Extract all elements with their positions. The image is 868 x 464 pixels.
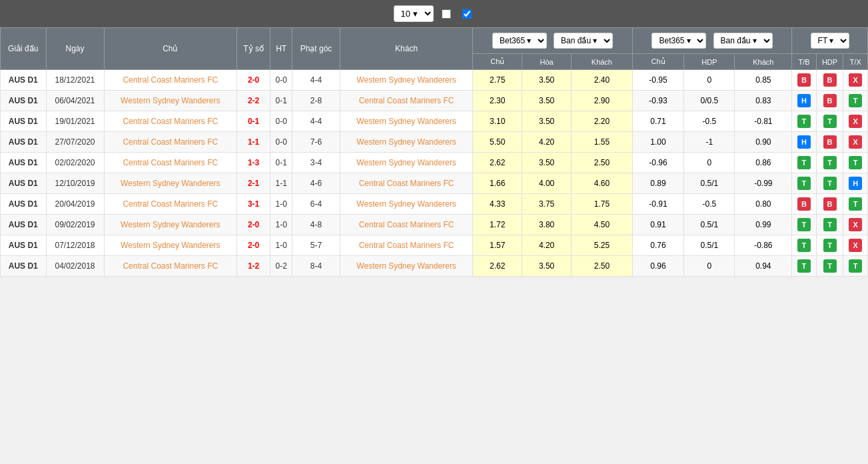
cell-odds2: 4.00	[522, 173, 572, 194]
th-date: Ngày	[46, 28, 104, 70]
cell-odds3: 4.60	[572, 173, 633, 194]
sub-tx: T/X	[843, 54, 868, 70]
cell-tx: X	[843, 235, 868, 256]
cell-tb: H	[792, 132, 817, 153]
cell-home[interactable]: Central Coast Mariners FC	[104, 153, 237, 173]
cell-tb: T	[792, 256, 817, 277]
cell-ht: 0-1	[270, 153, 292, 173]
badge-hdp: T	[823, 156, 837, 169]
count-select[interactable]: 10 ▾ 20 30	[394, 5, 434, 22]
cell-odds2: 3.50	[522, 256, 572, 277]
cell-odds1: 2.75	[473, 70, 522, 91]
cell-date: 20/04/2019	[46, 194, 104, 215]
cell-pg: 4-4	[292, 70, 340, 91]
sub-tb: T/B	[792, 54, 817, 70]
cell-score: 2-0	[237, 70, 270, 91]
cell-home[interactable]: Central Coast Mariners FC	[104, 132, 237, 153]
aus-d1-checkbox[interactable]	[462, 9, 472, 19]
cell-odds2: 3.75	[522, 194, 572, 215]
badge-tx: X	[849, 239, 862, 252]
cell-ht: 1-1	[270, 173, 292, 194]
cell-date: 19/01/2021	[46, 111, 104, 132]
cell-odds3: 2.50	[572, 256, 633, 277]
th-home: Chủ	[104, 28, 237, 70]
cell-hdp-result: B	[816, 70, 843, 91]
cell-tx: T	[843, 153, 868, 173]
cell-score: 0-1	[237, 111, 270, 132]
th-bet365-2: Bet365 ▾ Ban đầu ▾	[632, 28, 791, 54]
cell-tx: T	[843, 91, 868, 111]
badge-hdp: B	[823, 73, 837, 87]
badge-tx: T	[849, 197, 862, 211]
cell-hdp1: 0.96	[632, 256, 684, 277]
cell-hdp-result: B	[816, 91, 843, 111]
cell-home[interactable]: Western Sydney Wanderers	[104, 91, 237, 111]
cell-hdp-result: T	[816, 235, 843, 256]
table-row: AUS D1 18/12/2021 Central Coast Mariners…	[1, 70, 868, 91]
cell-hdp2: 0	[684, 70, 735, 91]
cell-hdp1: 0.76	[632, 235, 684, 256]
th-league: Giải đấu	[1, 28, 47, 70]
cell-hdp1: -0.95	[632, 70, 684, 91]
bandau-select-1[interactable]: Ban đầu ▾	[554, 33, 613, 49]
cell-home[interactable]: Central Coast Mariners FC	[104, 111, 237, 132]
th-ht: HT	[270, 28, 292, 70]
cell-hdp2: 0.5/1	[684, 215, 735, 235]
cell-odds1: 3.10	[473, 111, 522, 132]
cell-away[interactable]: Western Sydney Wanderers	[340, 194, 473, 215]
cell-away[interactable]: Central Coast Mariners FC	[340, 173, 473, 194]
cell-home[interactable]: Western Sydney Wanderers	[104, 215, 237, 235]
cell-tx: H	[843, 173, 868, 194]
ha-same-checkbox[interactable]	[442, 9, 451, 19]
cell-home[interactable]: Central Coast Mariners FC	[104, 194, 237, 215]
table-body: AUS D1 18/12/2021 Central Coast Mariners…	[1, 70, 868, 277]
table-row: AUS D1 19/01/2021 Central Coast Mariners…	[1, 111, 868, 132]
cell-odds1: 2.30	[473, 91, 522, 111]
badge-tx: X	[849, 218, 862, 231]
cell-pg: 4-6	[292, 173, 340, 194]
cell-away[interactable]: Western Sydney Wanderers	[340, 132, 473, 153]
cell-hdp3: 0.86	[735, 153, 792, 173]
bet365-select-2[interactable]: Bet365 ▾	[651, 33, 706, 49]
cell-home[interactable]: Central Coast Mariners FC	[104, 256, 237, 277]
cell-odds1: 2.62	[473, 153, 522, 173]
cell-hdp3: 0.83	[735, 91, 792, 111]
th-bet365-1: Bet365 ▾ Ban đầu ▾	[473, 28, 632, 54]
cell-away[interactable]: Central Coast Mariners FC	[340, 215, 473, 235]
cell-hdp-result: B	[816, 194, 843, 215]
cell-away[interactable]: Western Sydney Wanderers	[340, 70, 473, 91]
cell-hdp3: 0.85	[735, 70, 792, 91]
cell-away[interactable]: Central Coast Mariners FC	[340, 91, 473, 111]
cell-away[interactable]: Western Sydney Wanderers	[340, 153, 473, 173]
aus-d1-label[interactable]	[462, 9, 475, 19]
ha-same-label[interactable]	[442, 9, 454, 19]
cell-home[interactable]: Western Sydney Wanderers	[104, 235, 237, 256]
badge-tb: T	[797, 259, 811, 273]
cell-hdp3: 0.80	[735, 194, 792, 215]
cell-hdp1: -0.93	[632, 91, 684, 111]
badge-tx: T	[849, 259, 862, 273]
cell-home[interactable]: Central Coast Mariners FC	[104, 70, 237, 91]
cell-hdp-result: T	[816, 215, 843, 235]
badge-tb: H	[797, 135, 811, 149]
badge-hdp: B	[823, 197, 837, 211]
sub-hdp-2: HDP	[816, 54, 843, 70]
sub-hdp: HDP	[684, 54, 735, 70]
bet365-select-1[interactable]: Bet365 ▾	[492, 33, 547, 49]
cell-date: 12/10/2019	[46, 173, 104, 194]
cell-hdp3: -0.81	[735, 111, 792, 132]
cell-ht: 1-0	[270, 215, 292, 235]
cell-score: 1-3	[237, 153, 270, 173]
cell-hdp2: 0	[684, 256, 735, 277]
cell-away[interactable]: Central Coast Mariners FC	[340, 235, 473, 256]
cell-odds3: 2.90	[572, 91, 633, 111]
cell-away[interactable]: Western Sydney Wanderers	[340, 111, 473, 132]
cell-hdp2: 0.5/1	[684, 235, 735, 256]
cell-home[interactable]: Western Sydney Wanderers	[104, 173, 237, 194]
ft-select[interactable]: FT ▾	[811, 33, 849, 49]
cell-hdp2: 0	[684, 153, 735, 173]
bandau-select-2[interactable]: Ban đầu ▾	[713, 33, 773, 49]
cell-away[interactable]: Western Sydney Wanderers	[340, 256, 473, 277]
cell-date: 27/07/2020	[46, 132, 104, 153]
cell-league: AUS D1	[1, 256, 47, 277]
